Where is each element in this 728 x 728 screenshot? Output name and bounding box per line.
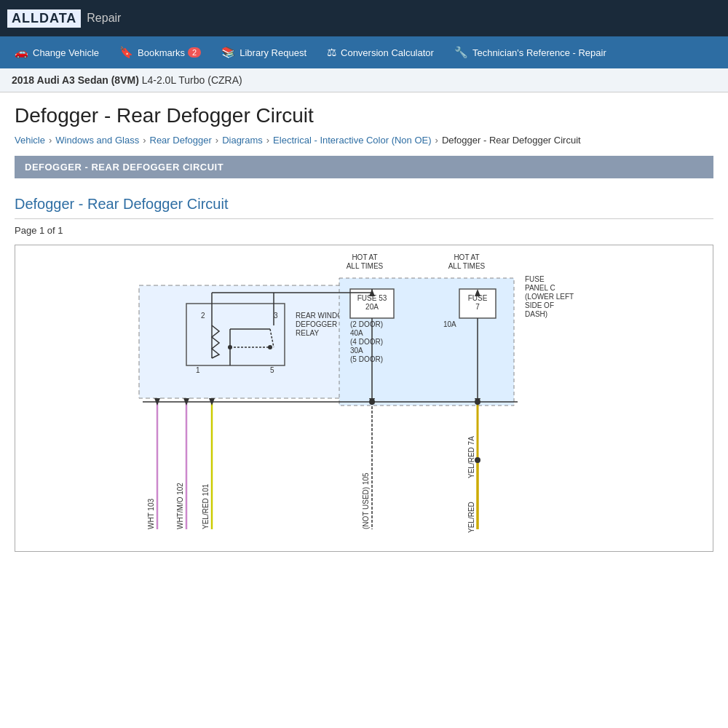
svg-text:DEFOGGER: DEFOGGER bbox=[296, 320, 337, 328]
menu-technicians-label: Technician's Reference - Repair bbox=[472, 47, 606, 58]
breadcrumb-vehicle[interactable]: Vehicle bbox=[15, 135, 45, 146]
svg-text:HOT AT: HOT AT bbox=[352, 253, 377, 261]
breadcrumb-electrical[interactable]: Electrical - Interactive Color (Non OE) bbox=[273, 135, 431, 146]
svg-text:(4 DOOR): (4 DOOR) bbox=[350, 338, 383, 346]
svg-text:FUSE: FUSE bbox=[525, 275, 545, 283]
vehicle-bar: 2018 Audi A3 Sedan (8VM) L4-2.0L Turbo (… bbox=[0, 68, 728, 92]
breadcrumb: Vehicle › Windows and Glass › Rear Defog… bbox=[15, 135, 713, 146]
svg-text:40A: 40A bbox=[350, 329, 363, 337]
svg-text:1: 1 bbox=[196, 366, 200, 374]
circuit-diagram: HOT AT ALL TIMES HOT AT ALL TIMES FUSE P… bbox=[15, 245, 713, 551]
svg-text:30A: 30A bbox=[350, 347, 363, 355]
svg-text:YEL/RED: YEL/RED bbox=[467, 502, 475, 533]
svg-text:RELAY: RELAY bbox=[296, 329, 319, 337]
sep5: › bbox=[435, 135, 438, 146]
vehicle-year-make-model: 2018 Audi A3 Sedan (8VM) bbox=[12, 74, 139, 86]
svg-rect-10 bbox=[139, 285, 354, 398]
sep4: › bbox=[266, 135, 269, 146]
svg-text:(LOWER LEFT: (LOWER LEFT bbox=[525, 293, 574, 301]
top-nav: ALLDATA Repair bbox=[0, 0, 728, 36]
diagram-section: Defogger - Rear Defogger Circuit Page 1 … bbox=[15, 196, 713, 552]
svg-text:WHT/M/O  102: WHT/M/O 102 bbox=[176, 483, 184, 529]
svg-text:SIDE OF: SIDE OF bbox=[525, 301, 554, 309]
menu-technicians-reference[interactable]: 🔧 Technician's Reference - Repair bbox=[444, 36, 617, 68]
breadcrumb-diagrams[interactable]: Diagrams bbox=[222, 135, 263, 146]
menu-bookmarks[interactable]: 🔖 Bookmarks 2 bbox=[109, 36, 211, 68]
logo-alldata: ALLDATA bbox=[7, 9, 81, 28]
page-title: Defogger - Rear Defogger Circuit bbox=[15, 104, 713, 127]
menu-library-request[interactable]: 📚 Library Request bbox=[211, 36, 317, 68]
bookmarks-badge: 2 bbox=[188, 47, 201, 58]
svg-text:2: 2 bbox=[201, 312, 205, 320]
svg-text:(5 DOOR): (5 DOOR) bbox=[350, 355, 383, 363]
menu-calculator-label: Conversion Calculator bbox=[341, 47, 434, 58]
calculator-icon: ⚖ bbox=[327, 46, 336, 59]
svg-text:20A: 20A bbox=[365, 303, 379, 311]
breadcrumb-windows[interactable]: Windows and Glass bbox=[55, 135, 139, 146]
bookmark-icon: 🔖 bbox=[119, 46, 133, 59]
svg-text:WHT  103: WHT 103 bbox=[147, 499, 155, 529]
section-header: DEFOGGER - REAR DEFOGGER CIRCUIT bbox=[15, 156, 713, 178]
svg-text:YEL/RED  101: YEL/RED 101 bbox=[202, 483, 210, 529]
svg-text:ALL TIMES: ALL TIMES bbox=[347, 262, 384, 270]
menu-change-vehicle-label: Change Vehicle bbox=[33, 47, 99, 58]
car-icon: 🚗 bbox=[15, 46, 28, 59]
sep1: › bbox=[49, 135, 52, 146]
wrench-icon: 🔧 bbox=[454, 46, 468, 59]
svg-text:7: 7 bbox=[475, 303, 480, 311]
svg-point-68 bbox=[475, 457, 480, 463]
svg-text:ALL TIMES: ALL TIMES bbox=[448, 262, 486, 270]
menu-conversion-calculator[interactable]: ⚖ Conversion Calculator bbox=[317, 36, 444, 68]
menu-bookmarks-label: Bookmarks bbox=[138, 47, 185, 58]
sep2: › bbox=[143, 135, 146, 146]
svg-text:10A: 10A bbox=[443, 320, 456, 328]
svg-text:DASH): DASH) bbox=[525, 310, 547, 318]
vehicle-engine: L4-2.0L Turbo (CZRA) bbox=[142, 74, 242, 86]
library-icon: 📚 bbox=[221, 46, 235, 59]
diagram-title: Defogger - Rear Defogger Circuit bbox=[15, 196, 713, 219]
svg-text:PANEL C: PANEL C bbox=[525, 284, 555, 292]
page-info: Page 1 of 1 bbox=[15, 225, 713, 236]
svg-text:5: 5 bbox=[270, 366, 274, 374]
menu-library-label: Library Request bbox=[240, 47, 306, 58]
svg-text:HOT AT: HOT AT bbox=[454, 253, 479, 261]
svg-text:(NOT USED)  105: (NOT USED) 105 bbox=[362, 472, 370, 529]
menu-bar: 🚗 Change Vehicle 🔖 Bookmarks 2 📚 Library… bbox=[0, 36, 728, 68]
svg-text:3: 3 bbox=[274, 312, 278, 320]
breadcrumb-rear-defogger[interactable]: Rear Defogger bbox=[150, 135, 212, 146]
svg-text:YEL/RED  7A: YEL/RED 7A bbox=[467, 436, 475, 478]
diagram-container: HOT AT ALL TIMES HOT AT ALL TIMES FUSE P… bbox=[15, 245, 713, 552]
svg-text:(2 DOOR): (2 DOOR) bbox=[350, 320, 383, 328]
page-content: Defogger - Rear Defogger Circuit Vehicle… bbox=[0, 92, 728, 563]
logo-area: ALLDATA Repair bbox=[7, 9, 121, 28]
breadcrumb-current: Defogger - Rear Defogger Circuit bbox=[442, 135, 581, 146]
logo-repair: Repair bbox=[87, 12, 121, 25]
menu-change-vehicle[interactable]: 🚗 Change Vehicle bbox=[4, 36, 109, 68]
sep3: › bbox=[215, 135, 218, 146]
